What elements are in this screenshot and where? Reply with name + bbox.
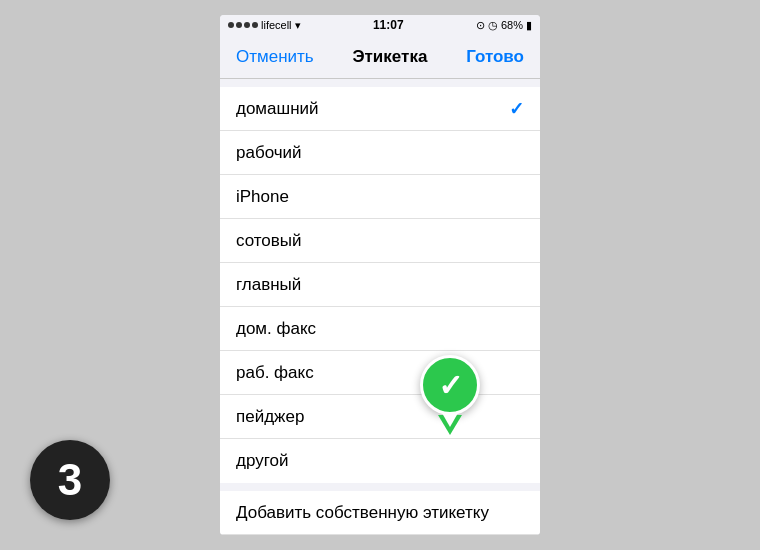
cancel-button[interactable]: Отменить bbox=[236, 47, 314, 67]
step-badge: 3 bbox=[30, 440, 110, 520]
item-label-text: пейджер bbox=[236, 407, 304, 427]
nav-bar: Отменить Этикетка Готово bbox=[220, 35, 540, 79]
list-item[interactable]: iPhone bbox=[220, 175, 540, 219]
status-bar: lifecell ▾ 11:07 ⊙ ◷ 68% ▮ bbox=[220, 15, 540, 35]
signal-dot-4 bbox=[252, 22, 258, 28]
signal-dot-3 bbox=[244, 22, 250, 28]
list-container: домашний✓рабочийiPhoneсотовыйглавныйдом.… bbox=[220, 79, 540, 535]
item-label-text: главный bbox=[236, 275, 301, 295]
add-section: Добавить собственную этикетку bbox=[220, 491, 540, 535]
pin-body: ✓ bbox=[420, 355, 480, 415]
item-label-text: рабочий bbox=[236, 143, 302, 163]
pin-tail bbox=[438, 415, 462, 435]
list-item[interactable]: главный bbox=[220, 263, 540, 307]
add-custom-label-text: Добавить собственную этикетку bbox=[236, 503, 489, 523]
signal-dots bbox=[228, 22, 258, 28]
signal-dot-1 bbox=[228, 22, 234, 28]
item-label-text: дом. факс bbox=[236, 319, 316, 339]
list-item[interactable]: раб. факс bbox=[220, 351, 540, 395]
item-label-text: iPhone bbox=[236, 187, 289, 207]
item-label-text: другой bbox=[236, 451, 288, 471]
alarm-icon: ◷ bbox=[488, 19, 498, 32]
add-custom-label-item[interactable]: Добавить собственную этикетку bbox=[220, 491, 540, 535]
list-item[interactable]: дом. факс bbox=[220, 307, 540, 351]
list-item[interactable]: домашний✓ bbox=[220, 87, 540, 131]
location-icon: ⊙ bbox=[476, 19, 485, 32]
wifi-icon: ▾ bbox=[295, 19, 301, 32]
carrier-label: lifecell bbox=[261, 19, 292, 31]
done-button[interactable]: Готово bbox=[466, 47, 524, 67]
status-left: lifecell ▾ bbox=[228, 19, 301, 32]
item-label-text: домашний bbox=[236, 99, 319, 119]
list-item[interactable]: другой bbox=[220, 439, 540, 483]
list-item[interactable]: рабочий bbox=[220, 131, 540, 175]
signal-dot-2 bbox=[236, 22, 242, 28]
status-time: 11:07 bbox=[373, 18, 404, 32]
label-list-section: домашний✓рабочийiPhoneсотовыйглавныйдом.… bbox=[220, 87, 540, 483]
pin-check-icon: ✓ bbox=[438, 368, 463, 403]
checkmark-icon: ✓ bbox=[509, 98, 524, 120]
phone-wrapper: lifecell ▾ 11:07 ⊙ ◷ 68% ▮ Отменить Этик… bbox=[220, 15, 540, 535]
status-right: ⊙ ◷ 68% ▮ bbox=[476, 19, 532, 32]
battery-icon: ▮ bbox=[526, 19, 532, 32]
battery-label: 68% bbox=[501, 19, 523, 31]
item-label-text: раб. факс bbox=[236, 363, 314, 383]
list-item[interactable]: пейджер bbox=[220, 395, 540, 439]
item-label-text: сотовый bbox=[236, 231, 302, 251]
map-pin-overlay: ✓ bbox=[420, 355, 480, 435]
list-item[interactable]: сотовый bbox=[220, 219, 540, 263]
nav-title: Этикетка bbox=[352, 47, 427, 67]
phone-screen: lifecell ▾ 11:07 ⊙ ◷ 68% ▮ Отменить Этик… bbox=[220, 15, 540, 535]
